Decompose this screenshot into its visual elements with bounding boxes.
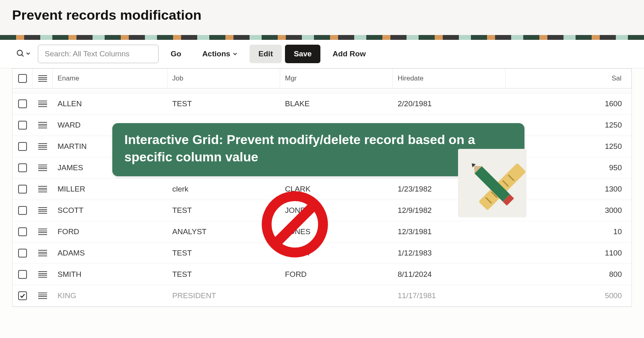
checkbox-icon (18, 270, 27, 279)
row-checkbox[interactable] (12, 264, 33, 285)
cell-ename[interactable]: MILLER (53, 179, 167, 200)
chevron-down-icon (233, 49, 237, 58)
checkbox-icon (18, 99, 27, 108)
pencil-ruler-icon (458, 149, 526, 217)
cell-sal[interactable]: 10 (506, 221, 632, 242)
svg-rect-2 (479, 163, 526, 210)
search-column-selector[interactable] (12, 45, 35, 63)
search-input[interactable] (38, 45, 159, 63)
row-checkbox[interactable] (12, 179, 33, 200)
row-menu-button[interactable] (33, 136, 53, 157)
row-menu-button[interactable] (33, 179, 53, 200)
cell-mgr[interactable]: FORD (280, 264, 393, 285)
row-menu-icon (38, 165, 47, 171)
go-button[interactable]: Go (162, 45, 190, 63)
row-menu-icon (38, 250, 47, 256)
row-checkbox[interactable] (12, 285, 33, 306)
add-row-button[interactable]: Add Row (324, 45, 374, 63)
cell-ename[interactable]: SCOTT (53, 200, 167, 221)
page-header: Prevent records modification (0, 0, 644, 35)
cell-ename[interactable]: KING (53, 285, 167, 306)
svg-point-0 (17, 50, 23, 55)
cell-ename[interactable]: FORD (53, 221, 167, 242)
row-menu-icon (38, 293, 47, 299)
row-menu-icon (38, 207, 47, 214)
cell-job[interactable]: TEST (167, 93, 280, 114)
cell-mgr[interactable]: BLAKE (280, 93, 393, 114)
overlay-banner: Interactive Grid: Prevent modify/delete … (112, 123, 524, 176)
row-checkbox[interactable] (12, 93, 33, 114)
column-header-mgr[interactable]: Mgr (280, 69, 393, 88)
row-checkbox[interactable] (12, 243, 33, 264)
select-all-header[interactable] (12, 69, 33, 88)
table-row[interactable]: KINGPRESIDENT11/17/19815000 (12, 285, 632, 307)
row-menu-icon (38, 122, 47, 128)
svg-line-13 (277, 206, 313, 243)
chevron-down-icon (26, 51, 31, 57)
grid-spacer (12, 89, 632, 93)
svg-line-1 (22, 54, 24, 56)
row-checkbox[interactable] (12, 221, 33, 242)
cell-job[interactable]: PRESIDENT (167, 285, 280, 306)
checkbox-icon (18, 206, 27, 215)
table-row[interactable]: SMITHTESTFORD8/11/2024800 (12, 264, 632, 285)
row-menu-icon (38, 271, 47, 278)
checkbox-icon (18, 227, 27, 236)
cell-ename[interactable]: ADAMS (53, 243, 167, 264)
cell-job[interactable]: TEST (167, 264, 280, 285)
column-header-hiredate[interactable]: Hiredate (393, 69, 506, 88)
checkbox-icon (18, 163, 27, 172)
cell-ename[interactable]: ALLEN (53, 93, 167, 114)
row-menu-icon (38, 143, 47, 150)
column-header-sal[interactable]: Sal (506, 69, 632, 88)
cell-sal[interactable]: 800 (506, 264, 632, 285)
row-menu-button[interactable] (33, 285, 53, 306)
checkbox-icon (18, 142, 27, 151)
interactive-grid: Ename Job Mgr Hiredate Sal ALLENTESTBLAK… (12, 68, 632, 307)
cell-hiredate[interactable]: 8/11/2024 (393, 264, 506, 285)
row-menu-button[interactable] (33, 157, 53, 178)
prohibit-icon (260, 189, 330, 260)
row-checkbox[interactable] (12, 157, 33, 178)
row-checkbox[interactable] (12, 115, 33, 136)
cell-hiredate[interactable]: 11/17/1981 (393, 285, 506, 306)
edit-button[interactable]: Edit (250, 45, 282, 63)
column-header-job[interactable]: Job (167, 69, 280, 88)
row-menu-header[interactable] (33, 69, 53, 88)
table-row[interactable]: ALLENTESTBLAKE2/20/19811600 (12, 93, 632, 115)
checkbox-icon (18, 121, 27, 130)
cell-sal[interactable]: 1100 (506, 243, 632, 264)
cell-sal[interactable]: 5000 (506, 285, 632, 306)
row-menu-button[interactable] (33, 93, 53, 114)
row-checkbox[interactable] (12, 136, 33, 157)
checkbox-icon (18, 74, 27, 83)
page-title: Prevent records modification (12, 7, 632, 23)
row-menu-button[interactable] (33, 200, 53, 221)
actions-menu-button[interactable]: Actions (193, 45, 246, 63)
overlay-banner-text: Interactive Grid: Prevent modify/delete … (124, 132, 475, 164)
row-checkbox[interactable] (12, 200, 33, 221)
cell-sal[interactable]: 1600 (506, 93, 632, 114)
cell-hiredate[interactable]: 12/3/1981 (393, 221, 506, 242)
decorative-strip (0, 35, 644, 40)
cell-hiredate[interactable]: 2/20/1981 (393, 93, 506, 114)
actions-label: Actions (202, 49, 230, 58)
checkbox-icon (18, 249, 27, 258)
row-menu-icon (38, 101, 47, 107)
cell-hiredate[interactable]: 1/12/1983 (393, 243, 506, 264)
grid-toolbar: Go Actions Edit Save Add Row (0, 40, 644, 68)
row-menu-button[interactable] (33, 243, 53, 264)
row-menu-icon (38, 229, 47, 235)
row-menu-button[interactable] (33, 221, 53, 242)
row-menu-icon (38, 186, 47, 192)
cell-ename[interactable]: SMITH (53, 264, 167, 285)
checkbox-icon (18, 185, 27, 194)
grid-column-headers: Ename Job Mgr Hiredate Sal (12, 68, 632, 89)
row-menu-button[interactable] (33, 264, 53, 285)
row-menu-icon (38, 75, 47, 82)
save-button[interactable]: Save (285, 45, 320, 63)
checkbox-icon (18, 291, 27, 300)
cell-mgr[interactable] (280, 285, 393, 306)
row-menu-button[interactable] (33, 115, 53, 136)
column-header-ename[interactable]: Ename (53, 69, 167, 88)
